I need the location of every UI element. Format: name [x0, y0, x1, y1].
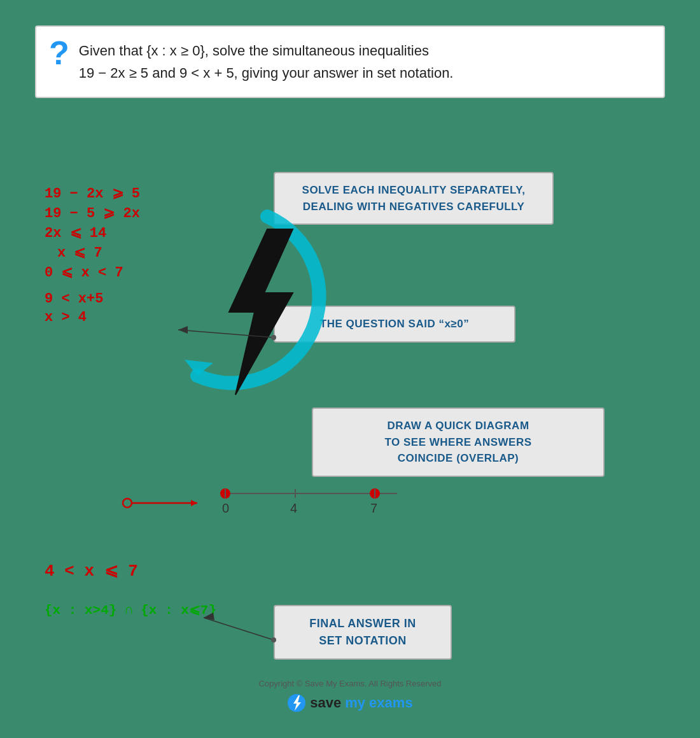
brand-exams: exams — [369, 695, 413, 711]
open-arrow-line — [45, 490, 210, 522]
callout-4-text: FINAL ANSWER INSET NOTATION — [309, 617, 416, 647]
number-line-area: 0 4 7 — [45, 471, 410, 525]
callout-final-answer: FINAL ANSWER INSET NOTATION — [274, 605, 452, 660]
step-2: 19 − 5 ⩾ 2x — [45, 204, 140, 222]
question-line1: Given that {x : x ≥ 0}, solve the simult… — [79, 39, 454, 62]
combined-result: 4 < x ⩽ 7 — [45, 560, 138, 581]
svg-text:0: 0 — [222, 501, 229, 515]
lightning-bolt-svg — [191, 223, 318, 401]
step-1: 19 − 2x ⩾ 5 — [45, 185, 140, 202]
brand-lightning-icon — [287, 693, 306, 713]
question-icon: ? — [49, 36, 69, 69]
step-4: x ⩽ 7 — [45, 244, 140, 261]
copyright-text: Copyright © Save My Exams. All Rights Re… — [0, 679, 700, 688]
step-ineq2-1: 9 < x+5 — [45, 291, 140, 307]
number-line-svg: 0 4 7 — [213, 471, 410, 522]
brand-logo: save my exams — [0, 693, 700, 713]
svg-text:7: 7 — [370, 501, 377, 515]
question-line2: 19 − 2x ≥ 5 and 9 < x + 5, giving your a… — [79, 62, 454, 84]
svg-marker-2 — [191, 500, 197, 506]
step-3: 2x ⩽ 14 — [45, 224, 140, 241]
svg-line-17 — [204, 618, 274, 640]
main-content: 19 − 2x ⩾ 5 19 − 5 ⩾ 2x 2x ⩽ 14 x ⩽ 7 0 … — [0, 159, 700, 738]
svg-point-0 — [123, 499, 132, 507]
callout-3-text: DRAW A QUICK DIAGRAMTO SEE WHERE ANSWERS… — [384, 420, 531, 464]
question-text: Given that {x : x ≥ 0}, solve the simult… — [79, 39, 454, 84]
step-ineq2-2: x > 4 — [45, 309, 140, 325]
set-notation-answer: {x : x>4} ∩ {x : x⩽7} — [45, 602, 216, 618]
math-steps: 19 − 2x ⩾ 5 19 − 5 ⩾ 2x 2x ⩽ 14 x ⩽ 7 0 … — [45, 185, 140, 328]
svg-text:4: 4 — [290, 501, 297, 515]
question-box: ? Given that {x : x ≥ 0}, solve the simu… — [35, 25, 665, 98]
step-combined1: 0 ⩽ x < 7 — [45, 264, 140, 281]
brand-save: save — [310, 695, 341, 711]
brand-my: my — [345, 695, 365, 711]
svg-marker-13 — [229, 229, 293, 395]
footer: Copyright © Save My Exams. All Rights Re… — [0, 679, 700, 713]
